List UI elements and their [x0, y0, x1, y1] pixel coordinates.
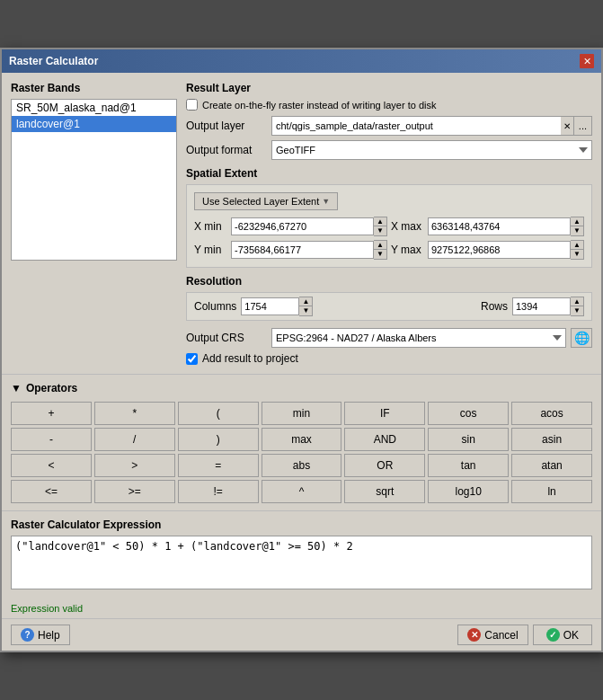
columns-down-button[interactable]: ▼	[299, 306, 312, 315]
ymax-up-button[interactable]: ▲	[571, 241, 583, 250]
op-acos-button[interactable]: acos	[511, 402, 592, 425]
raster-bands-list: SR_50M_alaska_nad@1 landcover@1	[11, 99, 177, 261]
op-gte-button[interactable]: >=	[94, 480, 175, 503]
output-layer-clear-button[interactable]: ✕	[561, 116, 573, 136]
create-fly-raster-row: Create on-the-fly raster instead of writ…	[186, 99, 592, 111]
xmin-row: X min ▲ ▼	[194, 217, 387, 236]
ymax-down-button[interactable]: ▼	[571, 250, 583, 259]
op-ln-button[interactable]: ln	[511, 480, 592, 503]
rows-input[interactable]	[512, 297, 571, 315]
add-result-checkbox[interactable]	[186, 353, 198, 365]
xmin-up-button[interactable]: ▲	[374, 217, 386, 226]
ymax-input-wrap: ▲ ▼	[428, 240, 584, 260]
op-minus-button[interactable]: -	[11, 428, 92, 451]
dropdown-arrow-icon: ▼	[322, 197, 330, 206]
ymin-down-button[interactable]: ▼	[374, 250, 386, 259]
ymin-spin: ▲ ▼	[374, 240, 387, 260]
op-log10-button[interactable]: log10	[428, 480, 509, 503]
op-or-button[interactable]: OR	[344, 454, 425, 477]
spatial-extent-section: Spatial Extent Use Selected Layer Extent…	[186, 167, 592, 268]
rows-spin: ▲ ▼	[571, 297, 584, 316]
op-caret-button[interactable]: ^	[262, 480, 342, 503]
op-min-button[interactable]: min	[262, 402, 342, 425]
columns-spin: ▲ ▼	[299, 297, 313, 316]
output-crs-select[interactable]: EPSG:2964 - NAD27 / Alaska Albers	[271, 328, 566, 348]
output-layer-label: Output layer	[186, 120, 267, 132]
op-open-paren-button[interactable]: (	[178, 402, 259, 425]
bottom-bar: ? Help ✕ Cancel ✓ OK	[2, 618, 601, 651]
xmin-spin: ▲ ▼	[374, 217, 387, 236]
use-selected-layer-extent-button[interactable]: Use Selected Layer Extent ▼	[194, 192, 338, 210]
cancel-button[interactable]: ✕ Cancel	[457, 625, 528, 645]
rows-up-button[interactable]: ▲	[571, 297, 583, 306]
coords-grid: X min ▲ ▼ X max	[194, 217, 584, 260]
columns-input-wrap: ▲ ▼	[241, 297, 313, 316]
xmax-label: X max	[391, 220, 425, 233]
ok-label: OK	[563, 629, 579, 642]
columns-label: Columns	[194, 300, 236, 313]
op-cos-button[interactable]: cos	[428, 402, 509, 425]
op-sqrt-button[interactable]: sqrt	[344, 480, 425, 503]
raster-band-item[interactable]: landcover@1	[12, 116, 176, 132]
xmin-input-wrap: ▲ ▼	[231, 217, 387, 236]
op-neq-button[interactable]: !=	[178, 480, 259, 503]
add-result-row: Add result to project	[186, 352, 592, 365]
op-multiply-button[interactable]: *	[94, 402, 175, 425]
right-panel: Result Layer Create on-the-fly raster in…	[186, 82, 592, 365]
collapse-arrow-icon: ▼	[11, 382, 22, 394]
help-button[interactable]: ? Help	[11, 625, 70, 645]
resolution-section: Resolution Columns ▲ ▼	[186, 275, 592, 321]
ymax-input[interactable]	[428, 241, 571, 259]
op-tan-button[interactable]: tan	[428, 454, 509, 477]
op-if-button[interactable]: IF	[344, 402, 425, 425]
op-sin-button[interactable]: sin	[428, 428, 509, 451]
xmax-input[interactable]	[428, 217, 571, 235]
op-divide-button[interactable]: /	[94, 428, 175, 451]
output-layer-input[interactable]	[271, 116, 561, 136]
xmin-input[interactable]	[231, 217, 374, 235]
ymin-row: Y min ▲ ▼	[194, 240, 387, 260]
xmin-down-button[interactable]: ▼	[374, 226, 386, 235]
op-and-button[interactable]: AND	[344, 428, 425, 451]
ymin-up-button[interactable]: ▲	[374, 241, 386, 250]
op-plus-button[interactable]: +	[11, 402, 92, 425]
expression-textarea[interactable]: ("landcover@1" < 50) * 1 + ("landcover@1…	[11, 536, 592, 589]
rows-down-button[interactable]: ▼	[571, 306, 583, 315]
op-asin-button[interactable]: asin	[511, 428, 592, 451]
output-format-select[interactable]: GeoTIFF	[271, 140, 592, 160]
output-layer-browse-button[interactable]: ...	[573, 116, 592, 136]
xmax-spin: ▲ ▼	[571, 217, 584, 236]
op-gt-button[interactable]: >	[94, 454, 175, 477]
ymin-input-wrap: ▲ ▼	[231, 240, 387, 260]
columns-group: Columns ▲ ▼	[194, 297, 313, 316]
columns-up-button[interactable]: ▲	[299, 297, 312, 306]
op-lte-button[interactable]: <=	[11, 480, 92, 503]
spatial-extent-box: Use Selected Layer Extent ▼ X min ▲ ▼	[186, 184, 592, 268]
action-buttons: ✕ Cancel ✓ OK	[457, 625, 592, 645]
op-abs-button[interactable]: abs	[262, 454, 342, 477]
raster-calculator-dialog: Raster Calculator ✕ Raster Bands SR_50M_…	[0, 48, 603, 652]
xmax-down-button[interactable]: ▼	[571, 226, 583, 235]
op-lt-button[interactable]: <	[11, 454, 92, 477]
ymax-label: Y max	[391, 244, 425, 256]
close-button[interactable]: ✕	[580, 54, 594, 68]
crs-icon-button[interactable]: 🌐	[571, 328, 592, 348]
op-eq-button[interactable]: =	[178, 454, 259, 477]
op-close-paren-button[interactable]: )	[178, 428, 259, 451]
spatial-extent-label: Spatial Extent	[186, 167, 592, 180]
ymax-row: Y max ▲ ▼	[391, 240, 584, 260]
output-layer-input-group: ✕ ...	[271, 116, 592, 136]
raster-band-item[interactable]: SR_50M_alaska_nad@1	[12, 100, 176, 116]
ymin-input[interactable]	[231, 241, 374, 259]
use-layer-btn-label: Use Selected Layer Extent	[202, 196, 319, 207]
create-fly-raster-checkbox[interactable]	[186, 99, 198, 111]
operators-header[interactable]: ▼ Operators	[11, 382, 592, 394]
op-max-button[interactable]: max	[262, 428, 342, 451]
ok-icon: ✓	[546, 628, 560, 642]
ok-button[interactable]: ✓ OK	[533, 625, 592, 645]
operators-label: Operators	[26, 382, 77, 394]
xmax-up-button[interactable]: ▲	[571, 217, 583, 226]
columns-input[interactable]	[241, 297, 299, 315]
op-atan-button[interactable]: atan	[511, 454, 592, 477]
output-format-row: Output format GeoTIFF	[186, 140, 592, 160]
